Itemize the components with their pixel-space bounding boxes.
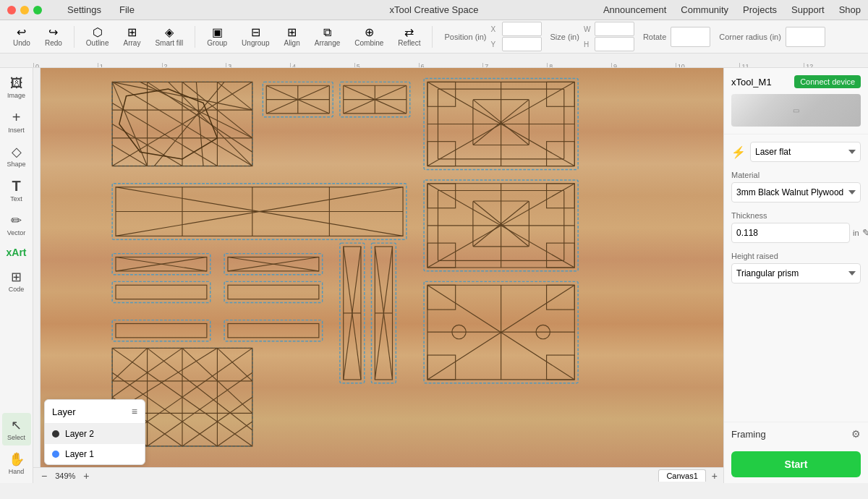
add-canvas-tab-button[interactable]: +	[712, 470, 718, 482]
nav-shop[interactable]: Shop	[839, 4, 861, 15]
right-panel: xTool_M1 Connect device ▭ ⚡ Laser flat M…	[723, 68, 868, 483]
group-button[interactable]: ▣ Group	[201, 24, 233, 50]
layer-panel-header: Layer ≡	[45, 400, 145, 424]
sidebar-tool-image[interactable]: 🖼 Image	[2, 72, 31, 103]
array-icon: ⊞	[127, 27, 137, 38]
group-icon: ▣	[212, 27, 223, 38]
sidebar-tool-text[interactable]: T Text	[2, 174, 31, 207]
sidebar-tool-insert[interactable]: + Insert	[2, 105, 31, 138]
size-inputs: W H	[584, 22, 634, 51]
laser-type-row: ⚡ Laser flat	[731, 142, 861, 162]
image-label: Image	[7, 92, 25, 99]
ruler-horizontal: 0 1 2 3 4 5 6 7 8 9 10 11 12	[0, 54, 868, 68]
layer-item-2[interactable]: Layer 2	[45, 424, 145, 444]
ungroup-button[interactable]: ⊟ Ungroup	[236, 24, 275, 50]
w-input[interactable]	[595, 22, 634, 36]
x-input[interactable]	[502, 22, 542, 36]
vector-icon: ✏	[11, 213, 22, 229]
vector-label: Vector	[7, 229, 26, 236]
arrange-button[interactable]: ⧉ Arrange	[309, 24, 346, 50]
w-row: W	[584, 22, 634, 36]
y-input[interactable]	[502, 37, 542, 51]
combine-button[interactable]: ⊕ Combine	[349, 24, 389, 50]
toolbar: ↩ Undo ↪ Redo ⬡ Outline ⊞ Array ◈ Smart …	[0, 20, 868, 54]
y-row: Y	[491, 37, 542, 51]
separator-3	[432, 26, 433, 48]
corner-radius-input[interactable]	[786, 27, 825, 47]
layer-2-name: Layer 2	[65, 429, 94, 439]
separator-2	[195, 26, 195, 48]
title-bar: Settings File xTool Creative Space Annou…	[0, 0, 868, 20]
sidebar-tool-shape[interactable]: ◇ Shape	[2, 140, 31, 172]
file-menu[interactable]: File	[116, 3, 138, 17]
layer-1-name: Layer 1	[65, 449, 94, 459]
height-raised-select[interactable]: Triangular prism	[731, 263, 861, 283]
layer-panel-title: Layer	[52, 406, 76, 417]
ruler-mark-5: 5	[354, 63, 419, 67]
svg-rect-99	[547, 285, 575, 310]
canvas-area[interactable]: Layer ≡ Layer 2 Layer 1 − 349% + Canvas1…	[33, 68, 723, 483]
h-input[interactable]	[595, 37, 634, 51]
svg-rect-79	[116, 285, 207, 299]
nav-announcement[interactable]: Announcement	[603, 4, 666, 15]
redo-button[interactable]: ↪ Redo	[39, 24, 68, 50]
ruler-mark-12: 12	[804, 63, 868, 67]
laser-type-select[interactable]: Laser flat	[750, 142, 861, 162]
redo-label: Redo	[45, 39, 62, 47]
canvas-tab-1[interactable]: Canvas1	[658, 469, 705, 482]
maximize-button[interactable]	[33, 6, 42, 14]
thickness-input[interactable]	[731, 223, 850, 243]
thickness-edit-button[interactable]: ✎	[862, 224, 868, 242]
group-label: Group	[207, 39, 227, 47]
framing-settings-button[interactable]: ⚙	[851, 428, 861, 440]
thickness-unit: in	[853, 229, 859, 237]
layer-1-dot	[52, 451, 59, 458]
svg-rect-55	[427, 184, 456, 208]
reflect-button[interactable]: ⇄ Reflect	[392, 24, 426, 50]
settings-menu[interactable]: Settings	[64, 3, 105, 17]
nav-support[interactable]: Support	[791, 4, 825, 15]
material-select[interactable]: 3mm Black Walnut Plywood	[731, 182, 861, 202]
nav-community[interactable]: Community	[681, 4, 728, 15]
layer-panel-menu-button[interactable]: ≡	[132, 406, 137, 417]
sidebar-tool-hand[interactable]: ✋ Hand	[2, 447, 31, 479]
nav-projects[interactable]: Projects	[743, 4, 777, 15]
minimize-button[interactable]	[20, 6, 29, 14]
array-button[interactable]: ⊞ Array	[118, 24, 147, 50]
start-button[interactable]: Start	[731, 451, 861, 477]
position-inputs: X Y	[491, 22, 542, 51]
ruler-vertical	[33, 68, 41, 483]
material-label: Material	[731, 171, 861, 179]
smart-fill-button[interactable]: ◈ Smart fill	[149, 24, 189, 50]
svg-rect-41	[427, 82, 456, 106]
connect-device-button[interactable]: Connect device	[794, 75, 861, 88]
rotate-input[interactable]	[671, 27, 710, 47]
rotate-label: Rotate	[643, 33, 666, 41]
device-section: xTool_M1 Connect device ▭	[724, 68, 868, 135]
ruler-mark-3: 3	[226, 63, 290, 67]
undo-button[interactable]: ↩ Undo	[7, 24, 36, 50]
zoom-in-button[interactable]: +	[81, 470, 91, 482]
sidebar-tool-vector[interactable]: ✏ Vector	[2, 208, 31, 241]
close-button[interactable]	[7, 6, 16, 14]
outline-icon: ⬡	[93, 27, 103, 38]
hand-label: Hand	[9, 468, 25, 475]
sidebar-tool-code[interactable]: ⊞ Code	[2, 265, 31, 297]
shape-label: Shape	[7, 161, 25, 168]
svg-line-12	[196, 82, 203, 166]
align-icon: ⊞	[287, 27, 297, 38]
device-preview-placeholder: ▭	[793, 106, 799, 114]
svg-rect-42	[547, 82, 575, 106]
zoom-out-button[interactable]: −	[39, 470, 49, 482]
combine-label: Combine	[354, 39, 383, 47]
sidebar-tool-xart[interactable]: xArt	[2, 242, 31, 263]
outline-button[interactable]: ⬡ Outline	[80, 24, 115, 50]
align-button[interactable]: ⊞ Align	[278, 24, 305, 50]
insert-label: Insert	[8, 127, 25, 134]
insert-icon: +	[12, 109, 21, 126]
laser-icon: ⚡	[731, 145, 746, 159]
ruler-mark-10: 10	[676, 63, 740, 67]
sidebar-tool-select[interactable]: ↖ Select	[2, 413, 31, 445]
layer-item-1[interactable]: Layer 1	[45, 444, 145, 464]
arrange-icon: ⧉	[323, 27, 331, 38]
